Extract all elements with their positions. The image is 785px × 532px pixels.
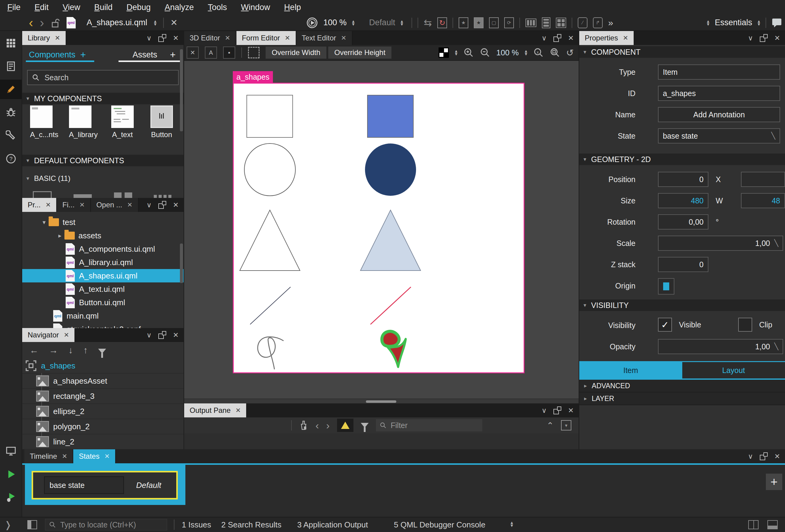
opacity-field[interactable]: 1,00 ╲ (658, 339, 783, 354)
menu-view[interactable]: View (62, 3, 80, 12)
navigator-root-a-shapes[interactable]: a_shapes (22, 358, 183, 374)
component-button[interactable]: Button (150, 105, 173, 139)
back-icon[interactable]: ‹ (29, 17, 33, 29)
menu-edit[interactable]: Edit (35, 3, 49, 12)
collapse-pane-icon[interactable]: ⌃ (547, 421, 554, 430)
document-name[interactable]: A_shapes.ui.qml (86, 18, 147, 27)
menu-debug[interactable]: Debug (126, 3, 151, 12)
kit-left-spinner[interactable]: ▴▾ (707, 20, 709, 26)
show-bounding-rects-icon[interactable] (248, 47, 259, 58)
rotation-field[interactable]: 0,00 (658, 214, 708, 230)
debug-mode-icon[interactable] (0, 103, 22, 122)
output-button-application-output[interactable]: 3 Application Output (297, 520, 368, 530)
snapping-icon[interactable]: ▪ (223, 47, 235, 59)
tab-projects[interactable]: Pr...✕ (22, 198, 57, 212)
tab-item[interactable]: Item (579, 362, 682, 378)
tree-row-main-qml[interactable]: qmlmain.qml (22, 309, 183, 323)
section-default-components[interactable]: ▾ DEFAULT COMPONENTS (22, 155, 184, 166)
position-y-field[interactable] (741, 172, 785, 187)
close-icon[interactable]: ✕ (62, 453, 68, 460)
move-down-icon[interactable]: ↓ (68, 345, 73, 355)
panel-menu-icon[interactable]: ∨ (748, 452, 753, 461)
component-a-text[interactable]: A_text (111, 105, 134, 139)
grid-view-icon[interactable] (556, 18, 566, 28)
maximize-pane-icon[interactable]: ▾ (561, 420, 571, 430)
tree-row-button[interactable]: qmlButton.ui.qml (22, 296, 183, 309)
close-icon[interactable]: ✕ (104, 453, 110, 460)
undock-icon[interactable] (553, 34, 561, 42)
add-annotation-button[interactable]: Add Annotation (658, 107, 780, 122)
rows-view-icon[interactable] (542, 17, 550, 28)
type-field[interactable]: Item (658, 65, 780, 80)
device-reload-icon[interactable]: ⟳ (504, 17, 514, 28)
section-my-components[interactable]: ▾ MY COMPONENTS (22, 93, 184, 104)
snapping-anchors-icon[interactable]: A (205, 47, 217, 59)
close-icon[interactable]: ✕ (46, 201, 51, 208)
locator-input[interactable] (59, 520, 163, 530)
close-icon[interactable]: ✕ (341, 34, 347, 42)
toolbar-overflow-chevron[interactable]: » (608, 18, 613, 28)
style-selector[interactable]: Default (369, 18, 396, 27)
move-up-icon[interactable]: ↑ (83, 345, 88, 355)
menu-file[interactable]: File (7, 3, 21, 12)
projects-scrollbar[interactable] (180, 244, 183, 283)
navigator-item-polygon-2[interactable]: polygon_2 (22, 419, 183, 434)
tab-navigator[interactable]: Navigator✕ (22, 328, 75, 342)
navigator-item-ellipse-2[interactable]: ellipse_2 (22, 404, 183, 419)
navigator-item-rectangle-3[interactable]: rectangle_3 (22, 389, 183, 404)
next-item-icon[interactable]: › (326, 420, 329, 431)
tree-row-assets[interactable]: ▸assets (22, 229, 183, 242)
origin-selector[interactable] (658, 278, 674, 295)
section-basic[interactable]: ▾ BASIC (11) (22, 174, 183, 183)
add-asset-button[interactable]: + (170, 49, 176, 60)
undock-icon[interactable] (158, 331, 166, 339)
zoom-out-icon[interactable] (480, 47, 490, 58)
close-icon[interactable]: ✕ (225, 34, 230, 42)
preview-zoom-spinner[interactable]: ▴▾ (352, 20, 355, 26)
form-editor-canvas[interactable]: a_shapes (184, 61, 579, 403)
tree-row-a-text[interactable]: qmlA_text.ui.qml (22, 282, 183, 296)
component-a-library[interactable]: A_library (69, 105, 98, 139)
kit-target-icon[interactable] (0, 441, 22, 461)
menu-window[interactable]: Window (241, 3, 270, 12)
tab-file-system[interactable]: Fi...✕ (57, 198, 91, 212)
state-name-input[interactable] (45, 481, 123, 490)
tab-layout[interactable]: Layout (682, 362, 785, 378)
tab-form-editor[interactable]: Form Editor✕ (236, 31, 296, 45)
close-icon[interactable]: ✕ (64, 331, 69, 339)
locator[interactable] (45, 519, 167, 530)
close-panel-icon[interactable]: ✕ (173, 331, 179, 339)
run-icon[interactable] (0, 464, 22, 484)
menu-build[interactable]: Build (94, 3, 112, 12)
forward-icon[interactable]: › (40, 17, 44, 29)
canvas-zoom-spinner[interactable]: ▴▾ (525, 50, 527, 56)
feedback-bubble-icon[interactable] (771, 18, 782, 28)
artboard[interactable] (233, 83, 525, 373)
scale-field[interactable]: 1,00 ╲ (658, 236, 783, 251)
welcome-mode-icon[interactable] (0, 33, 22, 53)
section-layer[interactable]: ▸ LAYER (579, 392, 785, 405)
kit-right-spinner[interactable]: ▴▾ (758, 20, 760, 26)
progress-details-icon[interactable] (767, 520, 778, 529)
run-preview-icon[interactable] (306, 17, 318, 29)
canvas-horizontal-scrollbar[interactable] (184, 399, 579, 403)
panel-menu-icon[interactable]: ∨ (147, 34, 152, 42)
section-advanced[interactable]: ▸ ADVANCED (579, 380, 785, 392)
panel-menu-icon[interactable]: ∨ (748, 34, 753, 42)
close-icon[interactable]: ✕ (235, 407, 241, 414)
tab-states[interactable]: States✕ (73, 449, 116, 463)
state-dropdown[interactable]: base state ╲ (658, 128, 780, 144)
annotation-edit-icon[interactable]: ⁄ (578, 17, 587, 28)
close-icon[interactable]: ✕ (79, 201, 85, 208)
tree-row-a-components[interactable]: qmlA_components.ui.qml (22, 242, 183, 256)
style-spinner[interactable]: ▴▾ (401, 20, 403, 26)
library-scrollbar[interactable] (180, 49, 183, 131)
projects-mode-icon[interactable] (0, 126, 22, 145)
tab-assets[interactable]: Assets + (106, 45, 184, 65)
visible-checkbox[interactable]: ✓ (658, 318, 672, 332)
search-input[interactable] (44, 73, 174, 82)
design-mode-icon[interactable] (0, 80, 22, 99)
override-height-button[interactable]: Override Height (328, 47, 391, 59)
zoom-selection-icon[interactable]: x (533, 47, 544, 58)
help-mode-icon[interactable]: ? (0, 149, 22, 169)
